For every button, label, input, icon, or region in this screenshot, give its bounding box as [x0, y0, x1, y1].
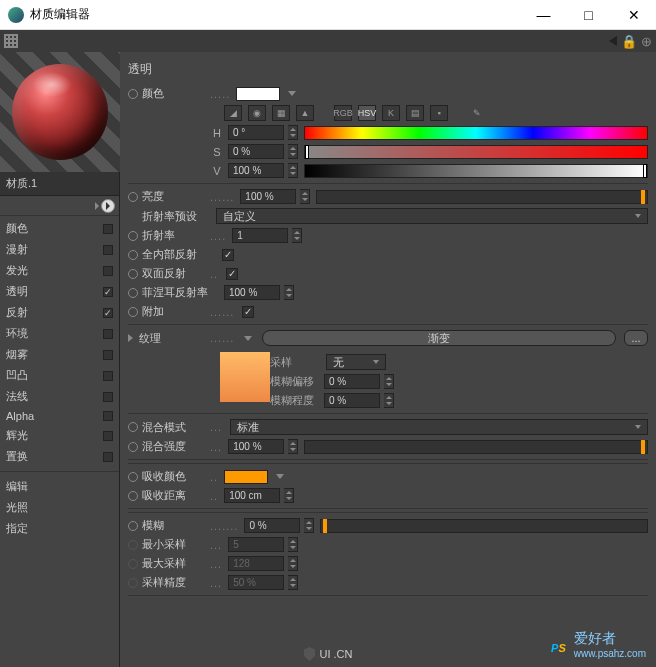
val-input[interactable]: 100 % — [228, 163, 284, 178]
spectrum-icon[interactable]: ▦ — [272, 105, 290, 121]
blur-offset-spinner[interactable] — [384, 374, 394, 389]
texture-dropdown-icon[interactable] — [244, 336, 252, 341]
channel-normal[interactable]: 法线 — [0, 386, 119, 407]
additive-checkbox[interactable] — [242, 306, 254, 318]
sample-acc-label: 采样精度 — [128, 575, 206, 590]
absorb-color-swatch[interactable] — [224, 470, 268, 484]
eyedropper-icon[interactable]: ✎ — [468, 105, 486, 121]
color-dropdown-icon[interactable] — [288, 91, 296, 96]
sidebar: 材质.1 颜色 漫射 发光 透明 反射 环境 烟雾 凹凸 法线 Alpha 辉光… — [0, 52, 120, 667]
sample-acc-spinner — [288, 575, 298, 590]
sampling-dropdown[interactable]: 无 — [326, 354, 386, 370]
sat-input[interactable]: 0 % — [228, 144, 284, 159]
refraction-label: 折射率 — [128, 228, 206, 243]
val-spinner[interactable] — [288, 163, 298, 178]
nav-back-icon[interactable] — [609, 36, 617, 46]
double-sided-label: 双面反射 — [128, 266, 206, 281]
image-icon[interactable]: ▲ — [296, 105, 314, 121]
absorb-color-dropdown-icon[interactable] — [276, 474, 284, 479]
min-samples-label: 最小采样 — [128, 537, 206, 552]
texture-preview[interactable] — [220, 352, 270, 402]
hue-input[interactable]: 0 ° — [228, 125, 284, 140]
sat-spinner[interactable] — [288, 144, 298, 159]
brightness-slider[interactable] — [316, 190, 648, 204]
fresnel-spinner[interactable] — [284, 285, 294, 300]
hsv-button[interactable]: HSV — [358, 105, 376, 121]
brightness-input[interactable]: 100 % — [240, 189, 296, 204]
double-sided-checkbox[interactable] — [226, 268, 238, 280]
blur-input[interactable]: 0 % — [244, 518, 300, 533]
channel-edit[interactable]: 编辑 — [0, 476, 119, 497]
refraction-preset-dropdown[interactable]: 自定义 — [216, 208, 648, 224]
blur-offset-input[interactable]: 0 % — [324, 374, 380, 389]
hue-slider[interactable] — [304, 126, 648, 140]
blur-scale-input[interactable]: 0 % — [324, 393, 380, 408]
add-icon[interactable]: ⊕ — [641, 34, 652, 49]
k-button[interactable]: K — [382, 105, 400, 121]
menu-icon[interactable] — [4, 34, 18, 48]
refraction-preset-label: 折射率预设 — [128, 209, 210, 224]
picker-icon[interactable]: ◢ — [224, 105, 242, 121]
channel-color[interactable]: 颜色 — [0, 218, 119, 239]
material-name[interactable]: 材质.1 — [0, 172, 119, 196]
swatches-icon[interactable]: ▪ — [430, 105, 448, 121]
fresnel-input[interactable]: 100 % — [224, 285, 280, 300]
blur-spinner[interactable] — [304, 518, 314, 533]
channel-reflection[interactable]: 反射 — [0, 302, 119, 323]
wheel-icon[interactable]: ◉ — [248, 105, 266, 121]
absorb-dist-spinner[interactable] — [284, 488, 294, 503]
texture-browse-button[interactable]: ... — [624, 330, 648, 346]
color-swatch[interactable] — [236, 87, 280, 101]
blur-scale-spinner[interactable] — [384, 393, 394, 408]
blend-mode-dropdown[interactable]: 标准 — [230, 419, 648, 435]
maximize-button[interactable]: □ — [566, 0, 611, 30]
max-samples-input: 128 — [228, 556, 284, 571]
channel-glow[interactable]: 辉光 — [0, 425, 119, 446]
channel-luminance[interactable]: 发光 — [0, 260, 119, 281]
nav-arrow-icon[interactable] — [95, 202, 99, 210]
channel-diffuse[interactable]: 漫射 — [0, 239, 119, 260]
absorb-color-label: 吸收颜色 — [128, 469, 206, 484]
channel-fog[interactable]: 烟雾 — [0, 344, 119, 365]
color-label: 颜色 — [128, 86, 206, 101]
lock-icon[interactable]: 🔒 — [621, 34, 637, 49]
sample-acc-input: 50 % — [228, 575, 284, 590]
min-samples-input: 5 — [228, 537, 284, 552]
channel-environment[interactable]: 环境 — [0, 323, 119, 344]
sampling-label: 采样 — [270, 355, 320, 370]
additive-label: 附加 — [128, 304, 206, 319]
mixer-icon[interactable]: ▤ — [406, 105, 424, 121]
hue-spinner[interactable] — [288, 125, 298, 140]
absorb-dist-input[interactable]: 100 cm — [224, 488, 280, 503]
blend-strength-input[interactable]: 100 % — [228, 439, 284, 454]
blend-strength-slider[interactable] — [304, 440, 648, 454]
channel-alpha[interactable]: Alpha — [0, 407, 119, 425]
total-internal-checkbox[interactable] — [222, 249, 234, 261]
minimize-button[interactable]: — — [521, 0, 566, 30]
brightness-label: 亮度 — [128, 189, 206, 204]
rgb-button[interactable]: RGB — [334, 105, 352, 121]
hue-label: H — [210, 127, 224, 139]
refraction-input[interactable]: 1 — [232, 228, 288, 243]
channel-displacement[interactable]: 置换 — [0, 446, 119, 467]
fresnel-label: 菲涅耳反射率 — [128, 285, 220, 300]
app-logo-icon — [8, 7, 24, 23]
sat-slider[interactable] — [304, 145, 648, 159]
close-button[interactable]: ✕ — [611, 0, 656, 30]
texture-gradient-button[interactable]: 渐变 — [262, 330, 616, 346]
blend-strength-spinner[interactable] — [288, 439, 298, 454]
blur-offset-label: 模糊偏移 — [270, 374, 320, 389]
val-slider[interactable] — [304, 164, 648, 178]
texture-label: 纹理 — [128, 331, 206, 346]
channel-bump[interactable]: 凹凸 — [0, 365, 119, 386]
val-label: V — [210, 165, 224, 177]
brightness-spinner[interactable] — [300, 189, 310, 204]
nav-target-icon[interactable] — [101, 199, 115, 213]
material-preview[interactable] — [0, 52, 120, 172]
nav-arrows — [0, 196, 119, 216]
refraction-spinner[interactable] — [292, 228, 302, 243]
channel-transparency[interactable]: 透明 — [0, 281, 119, 302]
channel-illumination[interactable]: 光照 — [0, 497, 119, 518]
channel-assignment[interactable]: 指定 — [0, 518, 119, 539]
blur-slider[interactable] — [320, 519, 648, 533]
